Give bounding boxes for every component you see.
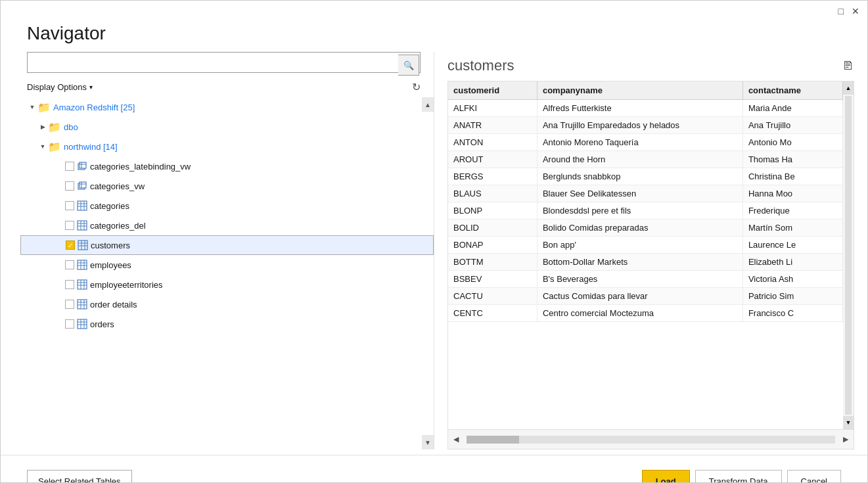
tree-checkbox-orders[interactable] [65,319,74,329]
table-icon-employees [77,260,87,270]
folder-icon-amazon-redshift: 📁 [37,101,51,114]
h-scroll-thumb[interactable] [467,436,519,444]
table-row: BOTTMBottom-Dollar MarketsElizabeth Li [448,254,843,271]
tree-area: ▲ ▼📁Amazon Redshift [25]▶📁dbo▼📁northwind… [1,97,434,449]
transform-data-button[interactable]: Transform Data [695,470,782,484]
folder-icon-northwind: 📁 [48,141,61,153]
cell-companyname-6: Blondesddsl pere et fils [537,202,742,219]
display-options-row: Display Options ▾ ↻ [1,78,434,97]
cell-customerid-3: AROUT [448,151,537,168]
tree-node-customers[interactable]: ✓ customers [20,235,434,255]
display-options-label: Display Options [27,82,87,92]
search-icon: 🔍 [403,60,414,70]
col-header-contactname: contactname [742,81,842,100]
load-button[interactable]: Load [642,470,690,484]
cell-customerid-11: CACTU [448,288,537,305]
tree-checkbox-customers[interactable]: ✓ [66,241,75,250]
tree-node-dbo[interactable]: ▶📁dbo [20,117,434,137]
cell-contactname-2: Antonio Mo [742,134,842,151]
select-related-tables-button[interactable]: Select Related Tables [27,470,132,484]
cell-customerid-4: BERGS [448,168,537,185]
cell-companyname-3: Around the Horn [537,151,742,168]
vertical-scrollbar[interactable]: ▲ ▼ [843,81,854,429]
svg-rect-13 [78,221,87,230]
table-row: BOLIDBolido Comidas preparadasMartín Som [448,219,843,237]
display-options-button[interactable]: Display Options ▾ [27,82,93,92]
tree-checkbox-categories[interactable] [65,201,74,210]
cell-customerid-12: CENTC [448,305,537,322]
tree-node-categories[interactable]: categories [20,196,434,216]
tree-node-order_details[interactable]: order details [20,294,434,314]
v-scroll-down-arrow[interactable]: ▼ [843,416,854,429]
search-bar-container: 🔍 [1,52,434,78]
cell-customerid-5: BLAUS [448,185,537,202]
tree-checkbox-categories_del[interactable] [65,221,74,230]
refresh-icon[interactable]: ↻ [412,81,421,93]
cell-companyname-7: Bolido Comidas preparadas [537,219,742,237]
tree-checkbox-employees[interactable] [65,260,74,269]
tree-node-categories_vw[interactable]: categories_vw [20,176,434,196]
titlebar: □ ✕ [1,1,867,16]
table-row: BERGSBerglunds snabbkopChristina Be [448,168,843,185]
tree-label-customers: customers [91,241,130,250]
tree-checkbox-categories_latebinding_vw[interactable] [65,162,74,171]
h-scroll-track [467,436,835,444]
cell-contactname-5: Hanna Moo [742,185,842,202]
tree-checkbox-order_details[interactable] [65,300,74,309]
table-row: BLAUSBlauer See DelikatessenHanna Moo [448,185,843,202]
tree-expander-amazon-redshift[interactable]: ▼ [27,102,37,112]
tree-label-categories: categories [90,201,129,211]
cell-companyname-8: Bon app' [537,237,742,254]
h-scroll-left-arrow[interactable]: ◀ [448,430,464,449]
search-input[interactable] [27,52,421,73]
v-scroll-up-arrow[interactable]: ▲ [843,81,854,95]
col-header-customerid: customerid [448,81,537,100]
scroll-up-arrow[interactable]: ▲ [422,97,434,112]
search-button[interactable]: 🔍 [398,55,419,76]
table-icon-employeeterritories [77,279,87,290]
data-table-container: customeridcompanynamecontactname ALFKIAl… [447,81,854,449]
tree-node-employees[interactable]: employees [20,255,434,275]
tree-node-orders[interactable]: orders [20,314,434,334]
tree-node-northwind[interactable]: ▼📁northwind [14] [20,137,434,156]
col-header-companyname: companyname [537,81,742,100]
table-row: BSBEVB's BeveragesVictoria Ash [448,271,843,288]
svg-rect-38 [78,319,87,329]
tree-label-categories_vw: categories_vw [90,181,145,191]
cell-contactname-0: Maria Ande [742,100,842,117]
tree-expander-northwind[interactable]: ▼ [37,141,48,152]
tree-node-employeeterritories[interactable]: employeeterritories [20,275,434,294]
cancel-button[interactable]: Cancel [787,470,841,484]
h-scroll-right-arrow[interactable]: ▶ [838,430,854,449]
tree-checkbox-categories_vw[interactable] [65,181,74,191]
scroll-down-arrow[interactable]: ▼ [422,435,434,449]
horizontal-scrollbar[interactable]: ◀ ▶ [448,429,854,449]
close-icon[interactable]: ✕ [852,6,859,16]
v-scroll-track [845,96,852,415]
tree-node-categories_latebinding_vw[interactable]: categories_latebinding_vw [20,156,434,176]
cell-companyname-4: Berglunds snabbkop [537,168,742,185]
table-icon-categories_del [77,220,87,231]
table-icon-categories_vw [77,181,87,191]
folder-icon-dbo: 📁 [48,121,61,133]
table-row: ALFKIAlfreds FutterkisteMaria Ande [448,100,843,117]
maximize-icon[interactable]: □ [838,6,844,16]
cell-customerid-9: BOTTM [448,254,537,271]
footer-right: Load Transform Data Cancel [642,470,841,484]
tree-expander-dbo[interactable]: ▶ [37,122,48,132]
cell-contactname-3: Thomas Ha [742,151,842,168]
cell-contactname-4: Christina Be [742,168,842,185]
table-icon-order_details [77,299,87,310]
tree-checkbox-employeeterritories[interactable] [65,280,74,289]
tree-node-amazon-redshift[interactable]: ▼📁Amazon Redshift [25] [20,97,434,117]
cell-contactname-8: Laurence Le [742,237,842,254]
cell-contactname-12: Francisco C [742,305,842,322]
svg-rect-18 [78,241,87,250]
tree-node-categories_del[interactable]: categories_del [20,216,434,235]
table-icon-categories_latebinding_vw [77,161,87,172]
page-title: Navigator [1,16,867,52]
right-panel: customers 🖹 customeridcompanynamecontact… [434,52,867,449]
cell-customerid-2: ANTON [448,134,537,151]
cell-customerid-1: ANATR [448,117,537,134]
preview-export-icon[interactable]: 🖹 [842,59,854,73]
